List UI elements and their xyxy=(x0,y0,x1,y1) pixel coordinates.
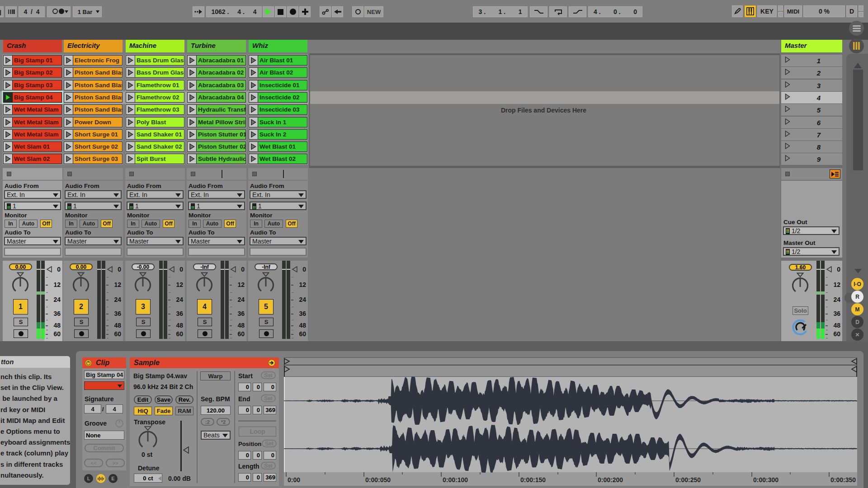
svg-text:0:00:050: 0:00:050 xyxy=(365,476,391,483)
svg-text:0:00:100: 0:00:100 xyxy=(443,476,468,483)
svg-text:0:00:350: 0:00:350 xyxy=(830,476,856,483)
svg-text:0:00:300: 0:00:300 xyxy=(753,476,778,483)
svg-text:0:00:200: 0:00:200 xyxy=(598,476,623,483)
svg-text:0:00:150: 0:00:150 xyxy=(520,476,546,483)
svg-text:0:00:250: 0:00:250 xyxy=(675,476,701,483)
svg-text:0:00: 0:00 xyxy=(288,476,300,483)
